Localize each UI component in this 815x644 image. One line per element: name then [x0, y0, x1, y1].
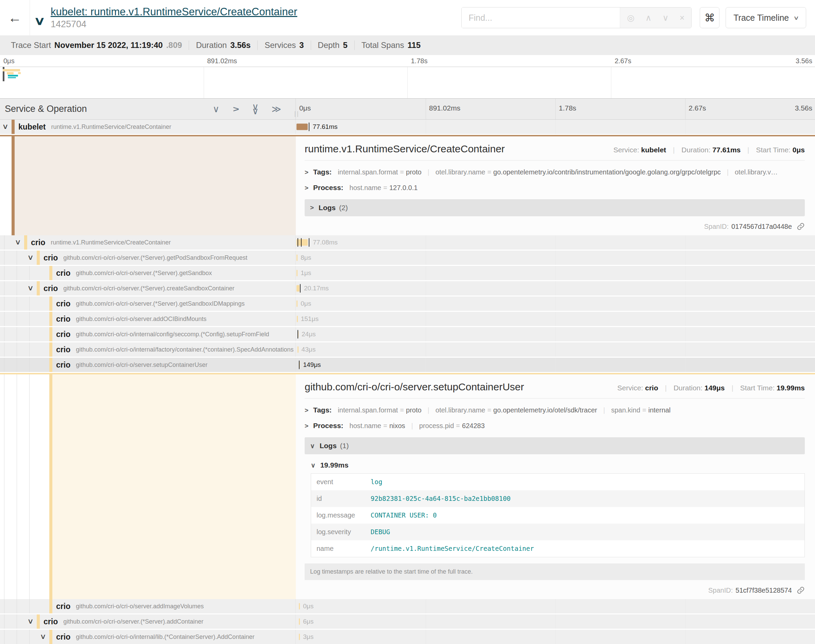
span-row[interactable]: ∨criogithub.com/cri-o/cri-o/server.(*Ser… [0, 281, 815, 296]
summary-value: 5 [343, 40, 348, 50]
minimap-canvas[interactable] [0, 67, 815, 99]
span-labels: criogithub.com/cri-o/cri-o/server.setupC… [56, 358, 293, 372]
trace-title-link[interactable]: kubelet: runtime.v1.RuntimeService/Creat… [51, 6, 297, 18]
log-marker-tick [301, 238, 302, 247]
tag-key: otel.library.name [435, 406, 485, 414]
collapse-all-icon[interactable]: ∨∨ [252, 105, 259, 113]
span-duration-bar[interactable] [297, 301, 297, 307]
log-timestamps-note: Log timestamps are relative to the start… [305, 563, 805, 580]
span-duration-label: 6μs [303, 618, 314, 625]
span-row[interactable]: ∨criogithub.com/cri-o/cri-o/internal/lib… [0, 630, 815, 644]
prev-result-icon[interactable]: ∧ [645, 13, 651, 23]
tag-key: host.name [349, 422, 381, 430]
span-collapse-chevron-icon[interactable]: ∨ [27, 253, 34, 261]
log-field-row: log.severityDEBUG [311, 524, 804, 540]
span-duration-bar[interactable] [297, 347, 299, 353]
logs-accordion[interactable]: ∨ Logs (1) [305, 437, 805, 454]
span-collapse-chevron-icon[interactable]: ∨ [27, 284, 34, 292]
next-result-icon[interactable]: ∨ [662, 13, 668, 23]
view-selector-dropdown[interactable]: Trace Timeline ∨ [726, 7, 806, 28]
span-row[interactable]: criogithub.com/cri-o/cri-o/server.setupC… [0, 358, 815, 372]
span-collapse-chevron-icon[interactable]: ∨ [27, 617, 34, 625]
span-timeline-cell: 1μs [296, 266, 815, 280]
log-field-value: CONTAINER USER: 0 [367, 507, 440, 524]
log-field-value: DEBUG [367, 524, 394, 540]
chevron-right-icon: > [310, 204, 314, 212]
indent-guide [4, 266, 5, 280]
service-name: crio [56, 602, 70, 611]
span-timeline-cell: 43μs [296, 342, 815, 357]
span-duration-bar[interactable] [299, 603, 300, 610]
log-marker-tick [297, 238, 298, 247]
timeline-minimap: 0μs891.02ms1.78s2.67s3.56s [0, 55, 815, 99]
expand-one-icon[interactable]: ∨ [230, 106, 241, 112]
tags-row[interactable]: > Tags: internal.span.format=proto|otel.… [305, 168, 805, 176]
span-collapse-chevron-icon[interactable]: ∨ [40, 632, 46, 641]
logs-accordion[interactable]: > Logs (2) [305, 199, 805, 216]
find-box: ◎ ∧ ∨ × [461, 7, 692, 28]
operation-name: github.com/cri-o/cri-o/server.(*Server).… [63, 255, 247, 261]
operation-name: runtime.v1.RuntimeService/CreateContaine… [51, 239, 171, 246]
span-row[interactable]: ∨crioruntime.v1.RuntimeService/CreateCon… [0, 235, 815, 250]
minimap-span-bar [3, 69, 20, 71]
span-duration-bar[interactable] [299, 634, 300, 640]
minimap-span-bar [8, 75, 18, 77]
deep-link-icon[interactable] [797, 222, 805, 230]
service-color-stripe [49, 312, 52, 326]
indent-guide [4, 251, 5, 265]
span-row[interactable]: criogithub.com/cri-o/cri-o/internal/fact… [0, 342, 815, 357]
find-input[interactable] [462, 8, 620, 28]
tags-list: internal.span.format=proto|otel.library.… [338, 406, 671, 414]
span-duration-bar[interactable] [297, 285, 300, 292]
process-row[interactable]: > Process: host.name=nixos|process.pid=6… [305, 422, 805, 430]
span-row[interactable]: ∨kubeletruntime.v1.RuntimeService/Create… [0, 120, 815, 134]
deep-link-icon[interactable] [797, 586, 805, 594]
span-detail-left-filler [0, 136, 296, 235]
trace-collapse-chevron-icon[interactable]: ∨ [34, 14, 46, 28]
minimap-span-bar [8, 77, 16, 78]
span-duration-bar[interactable] [297, 255, 297, 261]
collapse-one-icon[interactable]: ∨ [213, 104, 219, 115]
span-row[interactable]: criogithub.com/cri-o/cri-o/server.addIma… [0, 599, 815, 613]
minimap-span-bar [18, 72, 21, 74]
log-entry-toggle[interactable]: ∨ 19.99ms [311, 461, 805, 469]
span-duration-bar[interactable] [297, 124, 308, 130]
span-detail-panel: runtime.v1.RuntimeService/CreateContaine… [296, 136, 815, 235]
log-fields-table: eventlogid92b82381-025c-4a64-815c-ba2e1b… [311, 473, 805, 557]
span-duration-bar[interactable] [299, 618, 300, 625]
process-row[interactable]: > Process: host.name=127.0.0.1 [305, 184, 805, 192]
operation-name: runtime.v1.RuntimeService/CreateContaine… [51, 123, 172, 130]
span-collapse-chevron-icon[interactable]: ∨ [15, 238, 21, 246]
process-list: host.name=127.0.0.1 [349, 184, 418, 192]
service-color-stripe [37, 281, 40, 296]
span-row[interactable]: ∨criogithub.com/cri-o/cri-o/server.(*Ser… [0, 615, 815, 629]
span-row[interactable]: criogithub.com/cri-o/cri-o/server.(*Serv… [0, 266, 815, 280]
indent-guide [17, 630, 17, 644]
chevron-right-icon: > [305, 169, 308, 176]
expand-all-icon[interactable]: ≫ [272, 104, 281, 115]
clear-search-icon[interactable]: × [680, 13, 685, 23]
service-name: crio [56, 299, 70, 308]
keyboard-shortcuts-button[interactable]: ⌘ [700, 7, 720, 28]
span-row[interactable]: ∨criogithub.com/cri-o/cri-o/server.(*Ser… [0, 251, 815, 265]
tags-row[interactable]: > Tags: internal.span.format=proto|otel.… [305, 406, 805, 414]
service-name: kubelet [18, 123, 46, 132]
tag-key: span.kind [611, 406, 640, 414]
indent-guide [17, 374, 17, 599]
span-row[interactable]: criogithub.com/cri-o/cri-o/server.addOCI… [0, 312, 815, 326]
chevron-down-icon: ∨ [311, 462, 316, 469]
span-row[interactable]: criogithub.com/cri-o/cri-o/server.(*Serv… [0, 296, 815, 311]
span-name-cell: criogithub.com/cri-o/cri-o/server.addOCI… [0, 312, 296, 326]
column-resize-grip[interactable]: || [294, 110, 300, 117]
tag-value: go.opentelemetry.io/contrib/instrumentat… [493, 168, 721, 176]
span-collapse-chevron-icon[interactable]: ∨ [2, 123, 9, 130]
back-button[interactable]: ← [0, 0, 30, 35]
focus-match-icon[interactable]: ◎ [627, 13, 634, 23]
operation-name: github.com/cri-o/cri-o/server.setupConta… [76, 362, 207, 369]
summary-item: Total Spans115 [354, 40, 427, 50]
kv-separator: | [727, 168, 729, 176]
span-duration-bar[interactable] [297, 270, 297, 276]
span-row[interactable]: criogithub.com/cri-o/cri-o/internal/conf… [0, 327, 815, 341]
kv-separator: | [428, 406, 429, 414]
span-duration-bar[interactable] [297, 316, 298, 322]
